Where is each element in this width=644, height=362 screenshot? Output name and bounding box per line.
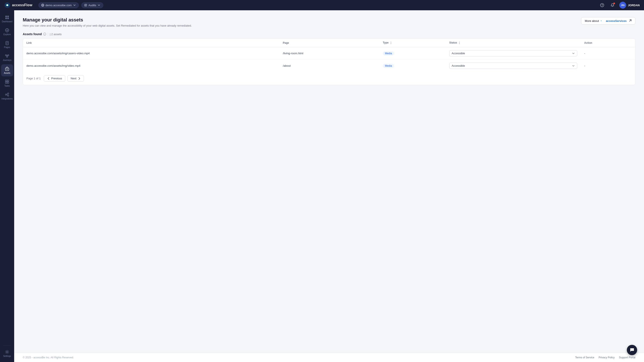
sidebar-item-tasks[interactable]: Tasks [1,77,13,89]
svg-rect-11 [5,16,7,17]
sidebar-top: Dashboard Explore [0,13,14,102]
svg-point-41 [6,351,8,353]
previous-arrow-icon [47,77,50,80]
page-subtitle: Here you can view and manage the accessi… [23,24,192,27]
assets-table-wrapper: Link Page Type ▲▼ Status [23,38,636,85]
svg-rect-13 [5,17,7,19]
svg-point-37 [8,93,9,94]
sidebar-item-integrations[interactable]: Integrations [1,90,13,102]
svg-rect-14 [7,17,9,19]
footer-copyright: © 2025 - accessiBe Inc. All Rights Reser… [23,356,74,359]
user-name: JORDAN [628,4,640,7]
status-select-0[interactable]: Accessible [449,50,578,56]
chat-fab[interactable] [627,345,637,355]
table-head: Link Page Type ▲▼ Status [23,39,635,47]
page-container: Manage your digital assets Here you can … [14,10,644,353]
dashboard-icon [5,15,9,19]
action-cell-1: - [581,60,635,72]
footer-links: Terms of Service Privacy Policy Support … [575,356,636,359]
integrations-label: Integrations [2,98,13,100]
sidebar-item-pages[interactable]: Pages [1,39,13,51]
status-select-1[interactable]: Accessible [449,63,578,69]
col-type[interactable]: Type ▲▼ [379,39,446,47]
status-chevron-icon-0 [572,52,575,55]
privacy-policy-link[interactable]: Privacy Policy [599,356,615,359]
svg-rect-35 [7,82,9,83]
more-about-button[interactable]: More about accessServices [581,17,636,24]
topnav: accessFlow demo.accessibe.com Audits [0,0,644,10]
status-cell-0: Accessible [446,47,581,60]
page-cell-0: /living-room.html [280,47,380,60]
svg-rect-32 [5,80,7,81]
notification-button[interactable] [609,2,616,8]
sidebar-item-assets[interactable]: Assets [1,64,13,76]
col-status[interactable]: Status ▲▼ [446,39,581,47]
section-header: Assets found i | 2 assets [23,32,636,36]
sidebar-item-dashboard[interactable]: Dashboard [1,13,13,25]
access-services-logo-icon [601,19,604,22]
sidebar-divider [3,346,11,346]
status-chevron-icon-1 [572,64,575,67]
site-selector[interactable]: demo.accessibe.com [38,2,79,8]
page-header-left: Manage your digital assets Here you can … [23,17,192,27]
status-sort-icons: ▲▼ [459,41,460,44]
type-cell-1: Media [379,60,446,72]
type-sort-icons: ▲▼ [390,41,392,44]
site-chevron-icon [73,4,76,7]
svg-rect-12 [7,16,9,17]
tasks-icon [5,79,9,84]
col-page: Page [280,39,380,47]
status-value-1: Accessible [452,64,465,67]
external-link-icon [628,19,632,22]
svg-line-40 [7,95,8,95]
action-cell-0: - [581,47,635,60]
journeys-label: Journeys [3,59,12,61]
svg-point-31 [7,69,8,70]
previous-button[interactable]: Previous [44,75,66,81]
help-button[interactable]: ? [599,2,606,8]
svg-line-44 [630,20,631,21]
audits-label: Audits [88,4,96,7]
svg-point-43 [601,20,601,21]
explore-label: Explore [4,33,11,35]
user-menu[interactable]: Jm JORDAN [619,2,640,8]
next-arrow-icon [78,77,81,80]
terms-of-service-link[interactable]: Terms of Service [575,356,594,359]
table-body: demo.accessibe.com/assets/img/casero-vid… [23,47,635,72]
audits-icon [84,4,87,7]
main-content: Manage your digital assets Here you can … [14,10,644,362]
topnav-right: ? Jm JORDAN [599,2,640,8]
svg-rect-27 [7,56,8,57]
type-badge-1: Media [383,64,394,68]
page-title: Manage your digital assets [23,17,192,23]
footer: © 2025 - accessiBe Inc. All Rights Reser… [14,353,644,362]
support-portal-link[interactable]: Support Portal [619,356,636,359]
pagination: Page 1 of 1 Previous Next [23,72,635,85]
svg-point-1 [6,4,8,6]
integrations-icon [5,92,9,97]
globe-icon [41,4,44,7]
sidebar-item-journeys[interactable]: Journeys [1,51,13,63]
audits-chevron-icon [98,4,100,7]
tasks-label: Tasks [4,85,10,87]
assets-table: Link Page Type ▲▼ Status [23,39,635,72]
app-logo[interactable]: accessFlow [4,2,32,8]
link-cell-1: demo.accessibe.com/assets/img/video.mp4 [23,60,280,72]
sidebar-item-explore[interactable]: Explore [1,26,13,38]
svg-text:i: i [44,33,45,35]
info-icon[interactable]: i [43,32,46,35]
pagination-info: Page 1 of 1 [26,77,41,80]
settings-icon [5,350,9,354]
section-title: Assets found [23,32,42,36]
more-about-brand: accessServices [606,19,626,22]
svg-rect-34 [5,82,7,83]
col-action: Action [581,39,635,47]
sidebar-item-settings[interactable]: Settings [1,348,13,360]
assets-icon [5,67,9,71]
audits-selector[interactable]: Audits [81,2,103,8]
pages-icon [5,41,9,45]
assets-label: Assets [4,72,10,74]
next-button[interactable]: Next [68,75,84,81]
explore-icon [5,28,9,32]
dashboard-label: Dashboard [2,20,12,23]
